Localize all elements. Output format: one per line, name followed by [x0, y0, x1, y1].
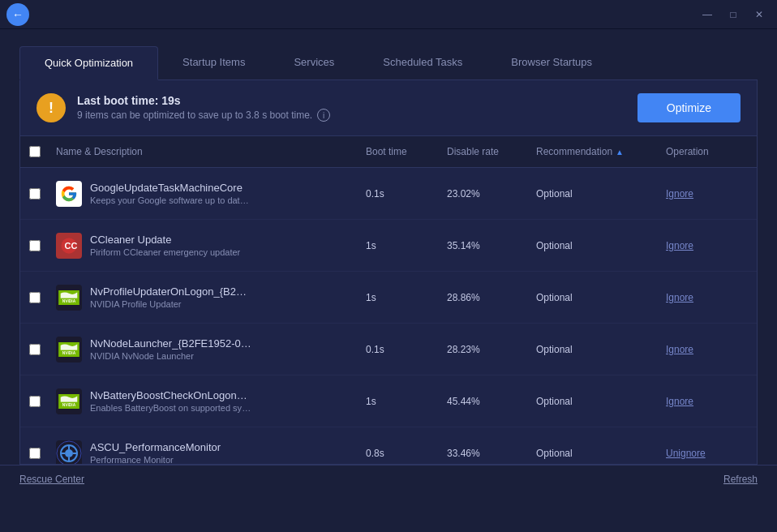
- table-row: GoogleUpdateTaskMachineCore Keeps your G…: [20, 168, 757, 220]
- row-disablerate: 45.44%: [440, 389, 530, 414]
- row-checkbox-cell: [20, 285, 49, 310]
- boot-time-title: Last boot time: 19s: [77, 94, 330, 107]
- ignore-link[interactable]: Ignore: [666, 240, 693, 251]
- row-operation: Ignore: [659, 337, 757, 362]
- row-name-cell: NVIDIA NvBatteryBoostCheckOnLogon_{B2FE1…: [49, 382, 359, 421]
- row-checkbox[interactable]: [29, 292, 41, 303]
- row-checkbox-cell: [20, 182, 49, 206]
- app-name: NvProfileUpdaterOnLogon_{B2FE1952-018...: [90, 285, 252, 298]
- row-checkbox[interactable]: [29, 448, 41, 459]
- app-desc: Enables BatteryBoost on supported system…: [90, 403, 252, 413]
- footer: Rescue Center Refresh: [0, 465, 777, 493]
- svg-text:NVIDIA: NVIDIA: [62, 299, 76, 303]
- ignore-link[interactable]: Ignore: [666, 396, 693, 407]
- table-row: NVIDIA NvBatteryBoostCheckOnLogon_{B2FE1…: [20, 375, 757, 427]
- app-icon: [56, 181, 82, 207]
- row-disablerate: 28.23%: [440, 337, 530, 362]
- table-row: NVIDIA NvNodeLauncher_{B2FE1952-0186-46C…: [20, 324, 757, 375]
- row-boottime: 0.1s: [359, 337, 440, 362]
- table-row: CC CCleaner Update Piriform CCleaner eme…: [20, 220, 757, 272]
- row-boottime: 1s: [359, 234, 440, 258]
- info-left: ! Last boot time: 19s 9 items can be opt…: [36, 93, 330, 122]
- app-icon: NVIDIA: [56, 388, 82, 414]
- tab-browser-startups[interactable]: Browser Startups: [487, 46, 616, 80]
- row-checkbox-cell: [20, 337, 49, 362]
- svg-text:NVIDIA: NVIDIA: [62, 351, 76, 355]
- sort-arrow-icon: ▲: [616, 148, 624, 157]
- back-button[interactable]: ←: [6, 3, 29, 26]
- ignore-link[interactable]: Ignore: [666, 344, 693, 355]
- row-checkbox[interactable]: [29, 188, 41, 200]
- app-name: ASCU_PerformanceMonitor: [90, 441, 221, 453]
- app-icon: NVIDIA: [56, 285, 82, 311]
- app-name: NvBatteryBoostCheckOnLogon_{B2FE1952...: [90, 389, 252, 401]
- header-disablerate: Disable rate: [440, 143, 530, 161]
- row-checkbox-cell: [20, 234, 49, 258]
- optimize-button[interactable]: Optimize: [637, 93, 741, 122]
- warning-icon: !: [36, 93, 66, 122]
- row-name-cell: NVIDIA NvNodeLauncher_{B2FE1952-0186-46C…: [49, 330, 359, 369]
- refresh-link[interactable]: Refresh: [723, 474, 758, 485]
- row-operation: Ignore: [659, 285, 757, 310]
- app-name: CCleaner Update: [90, 234, 240, 246]
- app-icon: NVIDIA: [56, 337, 82, 363]
- row-recommendation: Optional: [530, 441, 659, 465]
- svg-text:CC: CC: [65, 241, 78, 251]
- app-desc: Piriform CCleaner emergency updater: [90, 247, 240, 257]
- maximize-button[interactable]: □: [722, 6, 745, 24]
- app-desc: Keeps your Google software up to date. I…: [90, 195, 252, 205]
- info-icon: i: [317, 109, 330, 122]
- row-checkbox-cell: [20, 441, 49, 465]
- tab-services[interactable]: Services: [269, 46, 358, 80]
- row-recommendation: Optional: [530, 285, 659, 310]
- back-icon: ←: [12, 8, 24, 21]
- tab-startup-items[interactable]: Startup Items: [158, 46, 269, 80]
- tab-quick-optimization[interactable]: Quick Optimization: [19, 46, 158, 80]
- rescue-center-link[interactable]: Rescue Center: [19, 474, 84, 485]
- info-text: Last boot time: 19s 9 items can be optim…: [77, 94, 330, 122]
- row-disablerate: 23.02%: [440, 182, 530, 206]
- info-bar: ! Last boot time: 19s 9 items can be opt…: [19, 80, 758, 136]
- tab-bar: Quick Optimization Startup Items Service…: [19, 45, 758, 80]
- items-table: Name & Description Boot time Disable rat…: [19, 136, 758, 465]
- row-operation: Unignore: [659, 441, 757, 465]
- row-name-cell: ASCU_PerformanceMonitor Performance Moni…: [49, 434, 359, 465]
- app-name: NvNodeLauncher_{B2FE1952-0186-46C3-...: [90, 337, 252, 350]
- svg-point-10: [65, 449, 73, 457]
- minimize-button[interactable]: —: [696, 6, 719, 24]
- row-checkbox[interactable]: [29, 344, 41, 355]
- row-operation: Ignore: [659, 389, 757, 414]
- ignore-link[interactable]: Ignore: [666, 292, 693, 303]
- tab-scheduled-tasks[interactable]: Scheduled Tasks: [358, 46, 487, 80]
- header-recommendation[interactable]: Recommendation ▲: [530, 143, 659, 161]
- row-checkbox-cell: [20, 389, 49, 414]
- row-disablerate: 28.86%: [440, 285, 530, 310]
- row-checkbox[interactable]: [29, 240, 41, 251]
- app-icon: [56, 440, 82, 465]
- app-desc: NVIDIA Profile Updater: [90, 299, 252, 309]
- row-boottime: 1s: [359, 285, 440, 310]
- table-header: Name & Description Boot time Disable rat…: [20, 136, 757, 168]
- ignore-link[interactable]: Ignore: [666, 188, 693, 200]
- row-recommendation: Optional: [530, 182, 659, 206]
- main-content: Quick Optimization Startup Items Service…: [0, 29, 777, 465]
- row-checkbox[interactable]: [29, 396, 41, 407]
- header-checkbox-col: [20, 143, 49, 161]
- row-recommendation: Optional: [530, 389, 659, 414]
- svg-text:NVIDIA: NVIDIA: [62, 403, 76, 407]
- header-boottime: Boot time: [359, 143, 440, 161]
- close-button[interactable]: ✕: [748, 6, 771, 24]
- close-icon: ✕: [755, 9, 763, 20]
- row-operation: Ignore: [659, 182, 757, 206]
- unignore-link[interactable]: Unignore: [666, 448, 706, 459]
- select-all-checkbox[interactable]: [29, 146, 41, 157]
- maximize-icon: □: [730, 9, 736, 20]
- row-disablerate: 35.14%: [440, 234, 530, 258]
- row-operation: Ignore: [659, 234, 757, 258]
- row-name-cell: CC CCleaner Update Piriform CCleaner eme…: [49, 226, 359, 265]
- row-recommendation: Optional: [530, 337, 659, 362]
- app-icon: CC: [56, 233, 82, 259]
- app-name: GoogleUpdateTaskMachineCore: [90, 182, 252, 194]
- table-row: ASCU_PerformanceMonitor Performance Moni…: [20, 427, 757, 464]
- row-boottime: 0.1s: [359, 182, 440, 206]
